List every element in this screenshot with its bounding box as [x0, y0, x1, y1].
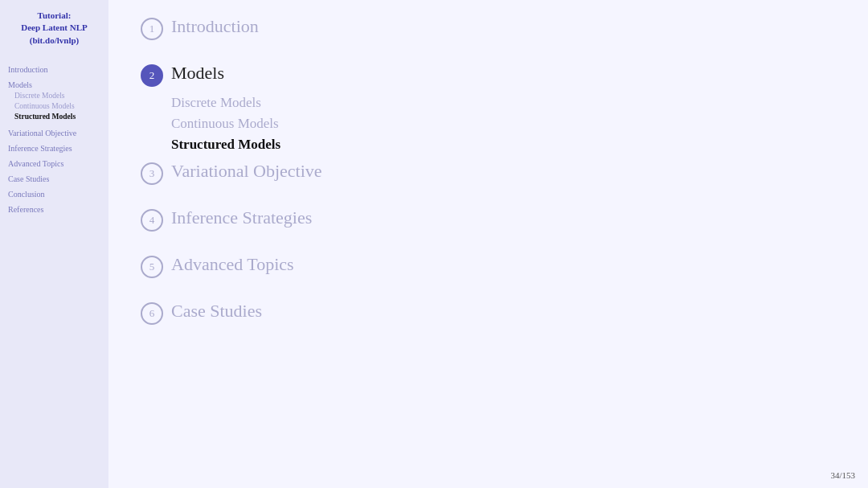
- sidebar-item-structured[interactable]: Structured Models: [8, 113, 100, 121]
- sidebar-item-case[interactable]: Case Studies: [8, 174, 100, 184]
- toc-entry-advanced: 5 Advanced Topics: [141, 254, 836, 278]
- toc-sub-discrete: Discrete Models: [171, 95, 836, 111]
- toc-sub-structured: Structured Models: [171, 137, 836, 153]
- sidebar: Tutorial: Deep Latent NLP (bit.do/lvnlp)…: [0, 0, 108, 488]
- toc-label-advanced: Advanced Topics: [171, 254, 294, 275]
- toc-entry-case: 6 Case Studies: [141, 301, 836, 325]
- toc-sub-continuous: Continuous Models: [171, 116, 836, 132]
- sidebar-item-conclusion[interactable]: Conclusion: [8, 189, 100, 199]
- toc-entry-variational: 3 Variational Objective: [141, 161, 836, 185]
- toc-label-variational: Variational Objective: [171, 161, 322, 182]
- toc-number-5: 5: [141, 256, 163, 278]
- toc-label-case: Case Studies: [171, 301, 262, 322]
- toc-sub-models: Discrete Models Continuous Models Struct…: [141, 95, 836, 153]
- toc-label-introduction: Introduction: [171, 16, 259, 37]
- sidebar-item-inference[interactable]: Inference Strategies: [8, 143, 100, 154]
- sidebar-item-intro[interactable]: Introduction: [8, 64, 100, 75]
- sidebar-item-references[interactable]: References: [8, 204, 100, 215]
- sidebar-item-advanced[interactable]: Advanced Topics: [8, 158, 100, 169]
- toc-label-inference: Inference Strategies: [171, 207, 312, 228]
- toc-number-6: 6: [141, 302, 163, 325]
- toc-number-3: 3: [141, 162, 163, 185]
- sidebar-item-variational[interactable]: Variational Objective: [8, 128, 100, 138]
- main-content: 1 Introduction 2 Models Discrete Models …: [108, 0, 868, 488]
- sidebar-title: Tutorial: Deep Latent NLP (bit.do/lvnlp): [8, 10, 100, 47]
- toc-number-4: 4: [141, 209, 163, 232]
- sidebar-item-discrete[interactable]: Discrete Models: [8, 92, 100, 100]
- toc-number-1: 1: [141, 18, 163, 40]
- toc-entry-introduction: 1 Introduction: [141, 16, 836, 40]
- toc-entry-models: 2 Models: [141, 63, 836, 87]
- toc-label-models: Models: [171, 63, 224, 84]
- toc-entry-inference: 4 Inference Strategies: [141, 207, 836, 232]
- sidebar-item-continuous[interactable]: Continuous Models: [8, 102, 100, 110]
- sidebar-item-models[interactable]: Models: [8, 80, 100, 90]
- page-number: 34/153: [830, 470, 855, 480]
- toc-number-2: 2: [141, 64, 163, 87]
